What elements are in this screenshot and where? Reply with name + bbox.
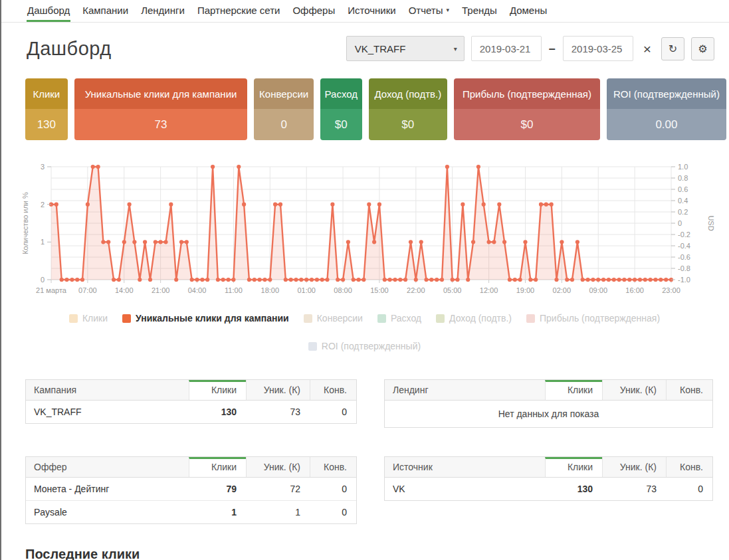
chevron-down-icon: ▾ bbox=[454, 45, 457, 52]
traffic-chart: 21 марта07:0014:0021:0004:0011:0018:0001… bbox=[20, 157, 729, 309]
nav-item-domains[interactable]: Домены bbox=[509, 0, 548, 22]
table-campaign: КампанияКликиУник. (К)Конв.VK_TRAFF13073… bbox=[25, 379, 357, 424]
stat-card-value: $0 bbox=[454, 109, 600, 140]
stat-card-value: $0 bbox=[320, 109, 362, 140]
nav-item-offers[interactable]: Офферы bbox=[292, 0, 336, 22]
legend-item-profit[interactable]: Прибыль (подтвержденная) bbox=[526, 313, 660, 324]
column-header-landing[interactable]: Лендинг bbox=[385, 380, 545, 400]
svg-text:0.6: 0.6 bbox=[678, 185, 688, 193]
svg-text:05:00: 05:00 bbox=[443, 286, 462, 294]
table-row: VK130730 bbox=[385, 478, 712, 500]
row-metric-cell: 72 bbox=[246, 478, 310, 500]
legend-item-clicks[interactable]: Клики bbox=[69, 313, 108, 324]
campaign-select[interactable]: VK_TRAFF ▾ bbox=[346, 36, 465, 61]
legend-item-roi[interactable]: ROI (подтвержденный) bbox=[308, 341, 421, 351]
svg-text:15:00: 15:00 bbox=[370, 286, 389, 294]
stat-card-value: 0 bbox=[254, 109, 314, 140]
row-metric-cell: 73 bbox=[602, 478, 666, 500]
refresh-button[interactable]: ↻ bbox=[661, 37, 684, 60]
legend-item-unique-clicks[interactable]: Уникальные клики для кампании bbox=[122, 313, 289, 324]
nav-item-label: Кампании bbox=[82, 5, 128, 16]
page-title: Дашборд bbox=[27, 38, 112, 60]
date-range-separator: – bbox=[549, 42, 556, 56]
svg-text:19:00: 19:00 bbox=[516, 286, 535, 294]
row-metric-cell: 0 bbox=[666, 478, 712, 500]
stat-card-label: Расход bbox=[320, 78, 362, 109]
svg-text:04:00: 04:00 bbox=[188, 286, 207, 294]
table-row: Paysale110 bbox=[26, 500, 356, 523]
nav-item-sources[interactable]: Источники bbox=[347, 0, 396, 22]
column-header-metric[interactable]: Клики bbox=[189, 380, 246, 400]
svg-text:14:00: 14:00 bbox=[115, 286, 134, 294]
svg-text:0.2: 0.2 bbox=[678, 208, 688, 216]
legend-item-conversions[interactable]: Конверсии bbox=[304, 313, 363, 324]
window-edge bbox=[0, 0, 1, 560]
table-row: Монета - Дейтинг79720 bbox=[26, 478, 356, 500]
svg-text:0.8: 0.8 bbox=[678, 174, 688, 182]
filter-controls: VK_TRAFF ▾ – × ↻ ⚙ bbox=[346, 36, 714, 61]
table-row: VK_TRAFF130730 bbox=[26, 401, 356, 423]
svg-text:0.4: 0.4 bbox=[678, 197, 688, 205]
settings-button[interactable]: ⚙ bbox=[691, 37, 714, 60]
latest-clicks-heading: Последние клики bbox=[25, 547, 729, 560]
column-header-metric[interactable]: Уник. (К) bbox=[602, 380, 666, 400]
nav-item-affiliate-networks[interactable]: Партнерские сети bbox=[197, 0, 281, 22]
row-metric-cell: 0 bbox=[310, 401, 356, 423]
legend-swatch bbox=[69, 314, 78, 323]
page-header: Дашборд VK_TRAFF ▾ – × ↻ ⚙ bbox=[27, 36, 714, 61]
column-header-source[interactable]: Источник bbox=[385, 457, 545, 477]
legend-label: Клики bbox=[82, 313, 108, 324]
table-header-row: ИсточникКликиУник. (К)Конв. bbox=[385, 457, 712, 478]
svg-text:09:00: 09:00 bbox=[589, 286, 607, 294]
svg-text:21 марта: 21 марта bbox=[36, 286, 67, 294]
column-header-metric[interactable]: Конв. bbox=[666, 380, 712, 400]
table-landing: ЛендингКликиУник. (К)Конв.Нет данных для… bbox=[384, 379, 713, 428]
nav-item-campaigns[interactable]: Кампании bbox=[82, 0, 129, 22]
column-header-metric[interactable]: Уник. (К) bbox=[246, 380, 310, 400]
svg-text:12:00: 12:00 bbox=[480, 286, 498, 294]
nav-item-label: Лендинги bbox=[141, 5, 185, 16]
clear-filter-icon[interactable]: × bbox=[643, 42, 651, 56]
column-header-metric[interactable]: Клики bbox=[545, 457, 602, 477]
row-name-cell: Paysale bbox=[26, 501, 189, 523]
svg-text:-1.0: -1.0 bbox=[678, 276, 690, 284]
svg-text:-0.8: -0.8 bbox=[678, 264, 690, 272]
svg-text:22:00: 22:00 bbox=[407, 286, 425, 294]
date-from-input[interactable] bbox=[471, 36, 542, 61]
column-header-metric[interactable]: Конв. bbox=[310, 380, 356, 400]
chevron-down-icon: ▾ bbox=[447, 7, 450, 13]
stat-card-label: Уникальные клики для кампании bbox=[74, 78, 248, 109]
stat-card-unique-clicks: Уникальные клики для кампании73 bbox=[74, 78, 248, 140]
nav-item-dashboard[interactable]: Дашборд bbox=[27, 0, 70, 22]
column-header-metric[interactable]: Конв. bbox=[310, 457, 356, 477]
nav-item-trends[interactable]: Тренды bbox=[461, 0, 498, 22]
stat-card-label: Клики bbox=[25, 78, 68, 109]
empty-table-message: Нет данных для показа bbox=[385, 401, 712, 427]
row-metric-cell: 130 bbox=[545, 478, 602, 500]
stat-card-label: ROI (подтвержденный) bbox=[607, 78, 726, 109]
nav-item-landings[interactable]: Лендинги bbox=[140, 0, 185, 22]
column-header-metric[interactable]: Уник. (К) bbox=[246, 457, 310, 477]
column-header-metric[interactable]: Уник. (К) bbox=[602, 457, 666, 477]
nav-item-label: Тренды bbox=[462, 5, 497, 16]
table-header-row: ОфферКликиУник. (К)Конв. bbox=[26, 457, 356, 478]
traffic-chart-svg: 21 марта07:0014:0021:0004:0011:0018:0001… bbox=[20, 157, 718, 306]
svg-text:3: 3 bbox=[41, 163, 45, 171]
column-header-campaign[interactable]: Кампания bbox=[26, 380, 189, 400]
stat-card-profit: Прибыль (подтвержденная)$0 bbox=[454, 78, 600, 140]
svg-text:2: 2 bbox=[41, 201, 45, 209]
column-header-offer[interactable]: Оффер bbox=[26, 457, 189, 477]
nav-item-label: Партнерские сети bbox=[197, 5, 280, 16]
column-header-metric[interactable]: Клики bbox=[189, 457, 246, 477]
row-metric-cell: 1 bbox=[189, 501, 246, 523]
legend-item-cost[interactable]: Расход bbox=[377, 313, 421, 324]
legend-item-revenue[interactable]: Доход (подтв.) bbox=[436, 313, 512, 324]
date-to-input[interactable] bbox=[563, 36, 633, 61]
stat-cards: Клики130Уникальные клики для кампании73К… bbox=[25, 78, 726, 140]
column-header-metric[interactable]: Конв. bbox=[666, 457, 712, 477]
nav-item-reports[interactable]: Отчеты▾ bbox=[408, 0, 450, 22]
svg-text:1: 1 bbox=[41, 238, 45, 246]
campaign-select-value: VK_TRAFF bbox=[355, 43, 406, 54]
column-header-metric[interactable]: Клики bbox=[545, 380, 602, 400]
row-metric-cell: 0 bbox=[310, 478, 356, 500]
